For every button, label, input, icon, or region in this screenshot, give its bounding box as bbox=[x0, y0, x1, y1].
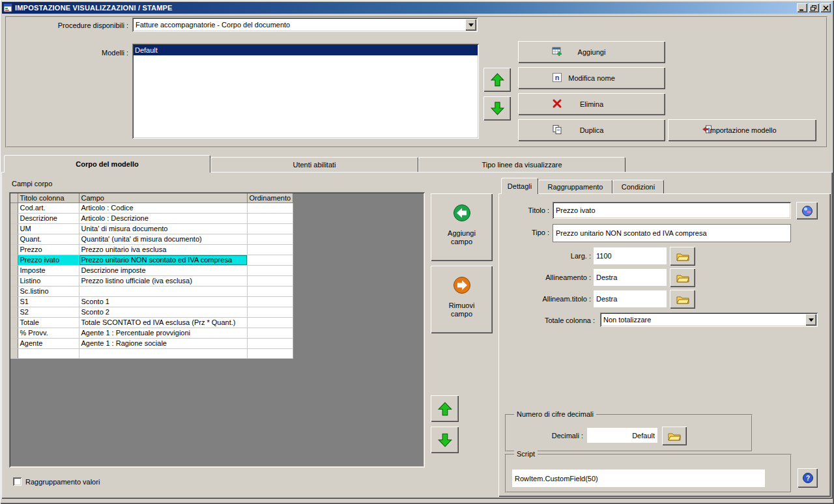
totale-colonna-dropdown-button[interactable] bbox=[805, 314, 816, 326]
grid-cell[interactable] bbox=[247, 203, 293, 213]
row-selector-cell[interactable] bbox=[10, 338, 18, 348]
row-selector-cell[interactable] bbox=[10, 234, 18, 244]
allineamento-browse-button[interactable] bbox=[670, 268, 695, 287]
row-selector-cell[interactable] bbox=[10, 296, 18, 307]
tab-condizioni[interactable]: Condizioni bbox=[612, 180, 664, 193]
tab-corpo-del-modello[interactable]: Corpo del modello bbox=[4, 155, 210, 173]
tab-raggruppamento[interactable]: Raggruppamento bbox=[538, 180, 612, 193]
grid-cell[interactable] bbox=[247, 307, 293, 317]
rimuovi-campo-button[interactable]: Rimuovi campo bbox=[431, 266, 493, 333]
grid-cell[interactable]: Agente 1 : Percentuale provvigioni bbox=[79, 328, 247, 338]
grid-cell[interactable]: Prezzo unitario iva esclusa bbox=[79, 244, 247, 255]
titolo-input[interactable] bbox=[553, 202, 791, 219]
grid-cell[interactable] bbox=[247, 317, 293, 328]
table-row[interactable]: ImposteDescrizione imposte bbox=[10, 265, 293, 275]
aggiungi-button[interactable]: Aggiungi bbox=[518, 41, 665, 63]
grid-cell[interactable]: % Provv. bbox=[18, 328, 79, 338]
decimali-browse-button[interactable] bbox=[662, 427, 687, 445]
grid-cell[interactable] bbox=[247, 255, 293, 265]
row-selector-cell[interactable] bbox=[10, 265, 18, 275]
grid-cell[interactable]: Cod.art. bbox=[18, 203, 79, 213]
row-selector-cell[interactable] bbox=[10, 328, 18, 338]
row-selector-cell[interactable] bbox=[10, 203, 18, 213]
allineamento-input[interactable] bbox=[594, 269, 667, 286]
restore-button[interactable] bbox=[809, 3, 819, 12]
row-selector-cell[interactable] bbox=[10, 286, 18, 296]
allineam-titolo-input[interactable] bbox=[594, 290, 667, 307]
minimize-button[interactable] bbox=[797, 3, 807, 12]
decimali-input[interactable] bbox=[587, 428, 657, 443]
grid-cell[interactable]: Agente bbox=[18, 338, 79, 348]
campo-move-up-button[interactable] bbox=[431, 395, 459, 422]
row-selector-cell[interactable] bbox=[10, 255, 18, 265]
tab-utenti-abilitati[interactable]: Utenti abilitati bbox=[210, 157, 418, 172]
grid-cell[interactable] bbox=[247, 234, 293, 244]
grid-cell[interactable]: Articolo : Descrizione bbox=[79, 213, 247, 223]
list-item[interactable]: Default bbox=[134, 45, 478, 55]
grid-cell[interactable]: Descrizione imposte bbox=[79, 265, 247, 275]
aggiungi-campo-button[interactable]: Aggiungi campo bbox=[431, 193, 493, 261]
table-row[interactable]: Sc.listino bbox=[10, 286, 293, 296]
row-selector-cell[interactable] bbox=[10, 348, 18, 358]
larg-input[interactable] bbox=[594, 247, 667, 264]
grid-cell[interactable]: Prezzo unitario NON scontato ed IVA comp… bbox=[79, 255, 247, 265]
grid-cell[interactable]: UM bbox=[18, 223, 79, 234]
grid-cell[interactable]: Sconto 1 bbox=[79, 296, 247, 307]
script-help-button[interactable]: ? bbox=[798, 468, 818, 488]
modifica-nome-button[interactable]: n Modifica nome bbox=[518, 67, 665, 89]
close-button[interactable] bbox=[820, 3, 831, 12]
grid-cell[interactable] bbox=[247, 265, 293, 275]
table-row[interactable]: Prezzo ivatoPrezzo unitario NON scontato… bbox=[10, 255, 293, 265]
campi-grid[interactable]: Titolo colonna Campo Ordinamento Cod.art… bbox=[9, 192, 425, 468]
grid-cell[interactable] bbox=[18, 348, 79, 358]
raggruppamento-checkbox[interactable] bbox=[13, 477, 22, 486]
campo-move-down-button[interactable] bbox=[431, 427, 459, 453]
row-selector-cell[interactable] bbox=[10, 307, 18, 317]
table-row[interactable]: UMUnita' di misura documento bbox=[10, 223, 293, 234]
table-row[interactable] bbox=[10, 348, 293, 358]
grid-cell[interactable]: Prezzo bbox=[18, 244, 79, 255]
grid-cell[interactable]: Listino bbox=[18, 275, 79, 286]
grid-cell[interactable] bbox=[79, 286, 247, 296]
duplica-button[interactable]: Duplica bbox=[518, 119, 665, 141]
table-row[interactable]: TotaleTotale SCONTATO ed IVA esclusa (Pr… bbox=[10, 317, 293, 328]
model-move-down-button[interactable] bbox=[483, 96, 511, 120]
table-row[interactable]: AgenteAgente 1 : Ragione sociale bbox=[10, 338, 293, 348]
grid-cell[interactable] bbox=[79, 348, 247, 358]
grid-cell[interactable]: Totale SCONTATO ed IVA esclusa (Prz * Qu… bbox=[79, 317, 247, 328]
table-row[interactable]: DescrizioneArticolo : Descrizione bbox=[10, 213, 293, 223]
grid-cell[interactable] bbox=[247, 244, 293, 255]
elimina-button[interactable]: Elimina bbox=[518, 93, 665, 115]
grid-cell[interactable] bbox=[247, 213, 293, 223]
grid-cell[interactable]: Imposte bbox=[18, 265, 79, 275]
grid-cell[interactable]: Prezzo listino ufficiale (iva esclusa) bbox=[79, 275, 247, 286]
grid-cell[interactable]: Sconto 2 bbox=[79, 307, 247, 317]
tab-tipo-linee[interactable]: Tipo linee da visualizzare bbox=[418, 157, 626, 172]
column-header-campo[interactable]: Campo bbox=[79, 193, 247, 203]
grid-cell[interactable]: Unita' di misura documento bbox=[79, 223, 247, 234]
procedure-dropdown-button[interactable] bbox=[465, 19, 476, 31]
table-row[interactable]: Quant.Quantita' (unita' di misura docume… bbox=[10, 234, 293, 244]
grid-cell[interactable] bbox=[247, 275, 293, 286]
grid-cell[interactable]: Quant. bbox=[18, 234, 79, 244]
larg-browse-button[interactable] bbox=[670, 247, 695, 266]
model-move-up-button[interactable] bbox=[483, 68, 511, 92]
table-row[interactable]: S2Sconto 2 bbox=[10, 307, 293, 317]
grid-cell[interactable] bbox=[247, 348, 293, 358]
tab-dettagli[interactable]: Dettagli bbox=[501, 178, 538, 194]
row-selector-cell[interactable] bbox=[10, 213, 18, 223]
grid-cell[interactable]: Totale bbox=[18, 317, 79, 328]
table-row[interactable]: Cod.art.Articolo : Codice bbox=[10, 203, 293, 213]
table-row[interactable]: ListinoPrezzo listino ufficiale (iva esc… bbox=[10, 275, 293, 286]
row-selector-cell[interactable] bbox=[10, 317, 18, 328]
modelli-listbox[interactable]: Default bbox=[132, 44, 479, 139]
grid-cell[interactable] bbox=[247, 286, 293, 296]
row-selector-cell[interactable] bbox=[10, 244, 18, 255]
titolo-style-button[interactable] bbox=[796, 202, 818, 219]
grid-cell[interactable] bbox=[247, 223, 293, 234]
table-row[interactable]: S1Sconto 1 bbox=[10, 296, 293, 307]
allineam-titolo-browse-button[interactable] bbox=[670, 290, 695, 309]
grid-cell[interactable]: Articolo : Codice bbox=[79, 203, 247, 213]
procedure-combobox[interactable]: Fatture accompagnatorie - Corpo del docu… bbox=[132, 18, 478, 32]
importazione-modello-button[interactable]: Importazione modello bbox=[668, 119, 816, 141]
